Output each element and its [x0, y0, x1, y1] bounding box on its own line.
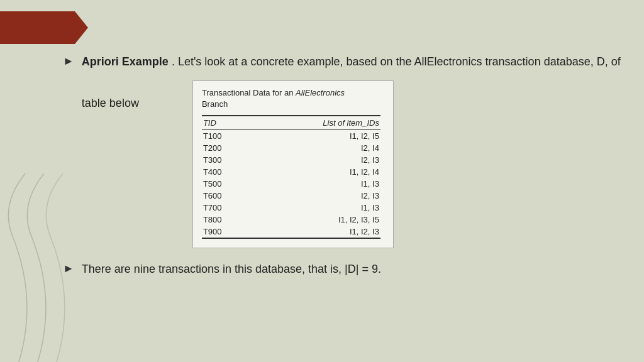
cell-tid: T700 [202, 202, 273, 214]
cell-items: I1, I2, I4 [273, 166, 380, 178]
table-row: T100I1, I2, I5 [202, 130, 380, 143]
table-row: T800I1, I2, I3, I5 [202, 214, 380, 226]
bullet-item-2: ► There are nine transactions in this da… [63, 261, 625, 278]
table-row: T700I1, I3 [202, 202, 380, 214]
transaction-table: TID List of item_IDs T100I1, I2, I5T200I… [202, 115, 380, 239]
table-title-branch: Branch [202, 99, 228, 109]
table-row: T500I1, I3 [202, 178, 380, 190]
table-title: Transactional Data for an AllElectronics… [202, 87, 380, 110]
cell-items: I1, I3 [273, 178, 380, 190]
table-row: T900I1, I2, I3 [202, 226, 380, 238]
table-row: T300I2, I3 [202, 154, 380, 166]
transaction-table-container: Transactional Data for an AllElectronics… [192, 80, 394, 248]
cell-items: I1, I3 [273, 202, 380, 214]
cell-items: I1, I2, I5 [273, 130, 380, 143]
cell-items: I1, I2, I3 [273, 226, 380, 238]
bullet2-text: There are nine transactions in this data… [82, 261, 381, 278]
cell-items: I2, I3 [273, 154, 380, 166]
cell-tid: T900 [202, 226, 273, 238]
cell-items: I2, I4 [273, 142, 380, 154]
bullet-arrow-2: ► [63, 262, 74, 275]
bullet-arrow-1: ► [63, 55, 74, 68]
cell-tid: T600 [202, 190, 273, 202]
col-items-header: List of item_IDs [273, 116, 380, 130]
bullet1-bold: Apriori Example [82, 55, 169, 68]
cell-tid: T300 [202, 154, 273, 166]
table-row: T400I1, I2, I4 [202, 166, 380, 178]
cell-tid: T800 [202, 214, 273, 226]
table-title-italic: AllElectronics [296, 88, 345, 97]
col-tid-header: TID [202, 116, 273, 130]
table-title-prefix: Transactional Data for an [202, 88, 296, 97]
cell-tid: T400 [202, 166, 273, 178]
cell-tid: T100 [202, 130, 273, 143]
cell-tid: T200 [202, 142, 273, 154]
table-header-row: TID List of item_IDs [202, 116, 380, 130]
bullet-item-1: ► Apriori Example . Let's look at a conc… [63, 53, 625, 248]
cell-items: I2, I3 [273, 190, 380, 202]
cell-tid: T500 [202, 178, 273, 190]
cell-items: I1, I2, I3, I5 [273, 214, 380, 226]
table-row: T200I2, I4 [202, 142, 380, 154]
table-row: T600I2, I3 [202, 190, 380, 202]
decorative-arrow [0, 11, 88, 44]
slide-content: ► Apriori Example . Let's look at a conc… [63, 53, 625, 343]
